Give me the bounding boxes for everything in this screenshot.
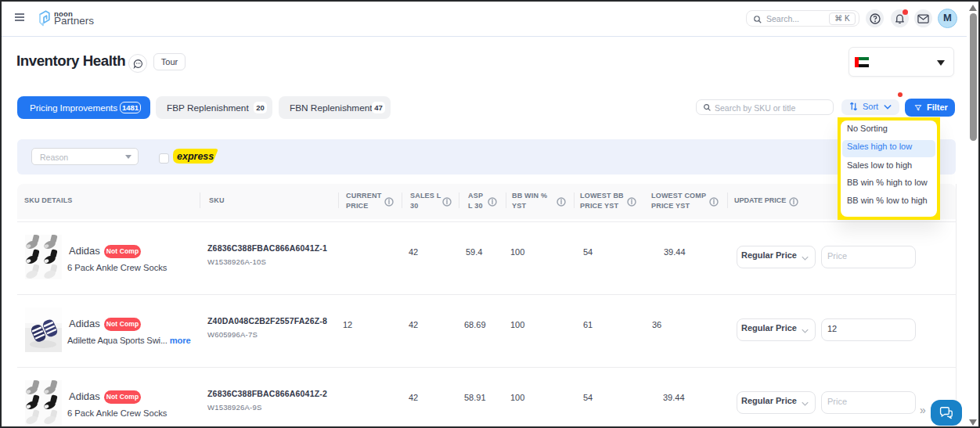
svg-text:express: express: [177, 151, 214, 162]
